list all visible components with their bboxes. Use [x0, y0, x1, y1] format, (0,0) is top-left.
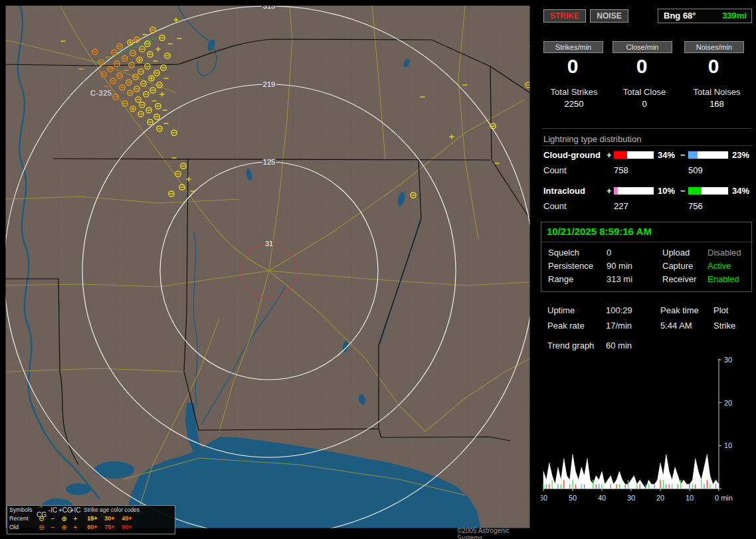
legend-row: Recent⊖−⊕+15+30+45+: [7, 514, 175, 523]
upload-label: Upload: [662, 248, 690, 258]
uptime-value: 100:29: [606, 305, 632, 315]
side-panel: STRIKE NOISE Bng 68° 339mi Strikes/min C…: [539, 0, 756, 539]
plot-mode-value: Strike: [713, 321, 735, 331]
status-row: Range 313 mi Receiver Enabled: [541, 274, 751, 286]
receiver-value: Enabled: [708, 274, 739, 284]
total-close-value: 0: [610, 99, 679, 109]
svg-text:40: 40: [598, 494, 606, 502]
legend-row: Old⊖−⊕+60+75+90+: [7, 523, 175, 532]
datetime-display: 10/21/2025 8:59:16 AM: [547, 226, 652, 237]
svg-text:313: 313: [263, 2, 275, 10]
cloud-ground-count-row: Count 758 509: [539, 165, 756, 176]
cg-negative-count: 509: [688, 165, 703, 175]
receiver-label: Receiver: [662, 274, 696, 284]
bearing-distance-box: Bng 68° 339mi: [658, 9, 752, 23]
divider: [542, 128, 752, 129]
peak-time-label: Peak time: [660, 305, 699, 315]
total-strikes-value: 2250: [539, 99, 609, 109]
svg-text:20: 20: [656, 494, 664, 502]
ic-positive-count: 227: [614, 201, 628, 211]
range-value: 313 mi: [607, 274, 632, 284]
trend-graph-label: Trend graph: [547, 341, 594, 350]
app-window: 31321912531 C-325 Symbols -CG -IC +CG +I…: [0, 0, 756, 539]
bearing-value: Bng 68°: [664, 11, 696, 21]
distance-value: 339mi: [722, 11, 747, 21]
distribution-title: Lightning type distribution: [543, 134, 641, 144]
strikes-per-min-box[interactable]: Strikes/min: [543, 41, 603, 53]
noises-per-min-box[interactable]: Noises/min: [684, 41, 744, 53]
total-noises-value: 168: [680, 99, 753, 109]
total-strikes-label: Total Strikes: [539, 87, 609, 97]
svg-text:10: 10: [686, 494, 694, 502]
ic-positive-pct: 10%: [658, 186, 675, 196]
close-per-min-value: 0: [612, 56, 672, 77]
cg-positive-pct: 34%: [658, 150, 675, 160]
minus-sign: −: [680, 186, 686, 196]
ic-negative-count: 756: [688, 201, 703, 211]
cloud-ground-label: Cloud-ground: [543, 150, 601, 160]
cg-negative-pct: 23%: [732, 150, 749, 160]
svg-text:50: 50: [569, 494, 577, 502]
squelch-value: 0: [607, 248, 611, 258]
copyright-text: ©2005 Astrogenic Systems: [457, 527, 535, 539]
cg-positive-count: 758: [614, 165, 628, 175]
svg-text:60: 60: [541, 494, 547, 502]
map-area[interactable]: 31321912531 C-325 Symbols -CG -IC +CG +I…: [0, 0, 535, 539]
status-row: Persistence 90 min Capture Active: [541, 261, 751, 273]
svg-text:31: 31: [265, 240, 273, 248]
map-canvas[interactable]: 31321912531: [0, 0, 535, 539]
ic-negative-pct: 34%: [732, 186, 749, 196]
noise-button[interactable]: NOISE: [590, 9, 628, 23]
uptime-label: Uptime: [547, 305, 575, 315]
svg-text:219: 219: [263, 80, 275, 88]
svg-text:125: 125: [263, 158, 275, 166]
count-label: Count: [543, 165, 567, 175]
strike-button[interactable]: STRIKE: [543, 9, 586, 23]
squelch-label: Squelch: [548, 248, 579, 258]
map-legend: Symbols -CG -IC +CG +IC Strike age color…: [7, 505, 175, 534]
capture-label: Capture: [662, 261, 693, 271]
ic-negative-bar: [688, 187, 728, 194]
svg-text:30: 30: [627, 494, 635, 502]
uptime-row: Uptime 100:29 Peak time Plot: [539, 305, 756, 317]
divider: [541, 242, 751, 242]
peak-rate-label: Peak rate: [547, 321, 585, 331]
intracloud-label: Intracloud: [543, 186, 585, 196]
total-noises-label: Total Noises: [680, 87, 753, 97]
intracloud-count-row: Count 227 756: [539, 201, 756, 212]
persistence-label: Persistence: [548, 261, 593, 271]
peak-time-value: 5:44 AM: [660, 321, 692, 331]
svg-text:0 min: 0 min: [715, 494, 733, 502]
strikes-per-min-value: 0: [543, 56, 603, 77]
legend-header-row: Symbols -CG -IC +CG +IC Strike age color…: [7, 506, 175, 514]
trend-graph-row: Trend graph 60 min: [539, 341, 756, 352]
plus-sign: +: [607, 150, 612, 160]
trend-chart: 1020306050403020100 min: [541, 354, 751, 508]
cg-positive-bar: [614, 151, 654, 159]
peak-rate-value: 17/min: [606, 321, 632, 331]
legend-age-title: Strike age color codes: [81, 506, 175, 514]
trend-graph-window: 60 min: [606, 341, 632, 350]
capture-value: Active: [708, 261, 731, 271]
svg-text:10: 10: [724, 441, 732, 449]
legend-symbols-title: Symbols: [7, 506, 36, 514]
cloud-ground-row: Cloud-ground + 34% − 23%: [539, 150, 756, 161]
storm-cell-label: C-325: [90, 89, 112, 97]
status-box: 10/21/2025 8:59:16 AM Squelch 0 Upload D…: [541, 222, 752, 292]
noises-per-min-value: 0: [684, 56, 743, 77]
count-label: Count: [543, 201, 567, 211]
svg-text:20: 20: [724, 399, 732, 407]
legend-rows: Recent⊖−⊕+15+30+45+Old⊖−⊕+60+75+90+: [7, 514, 175, 532]
minus-sign: −: [680, 150, 686, 160]
divider: [542, 145, 752, 146]
close-per-min-box[interactable]: Close/min: [613, 41, 672, 53]
range-label: Range: [548, 274, 573, 284]
legend-col-pos-ic: +IC: [70, 506, 81, 514]
cg-negative-bar: [688, 151, 728, 159]
svg-text:30: 30: [724, 356, 732, 364]
intracloud-row: Intracloud + 10% − 34%: [539, 186, 756, 196]
plot-label: Plot: [713, 305, 728, 315]
total-close-label: Total Close: [610, 87, 679, 97]
plus-sign: +: [607, 186, 612, 196]
ic-positive-bar: [614, 187, 654, 194]
